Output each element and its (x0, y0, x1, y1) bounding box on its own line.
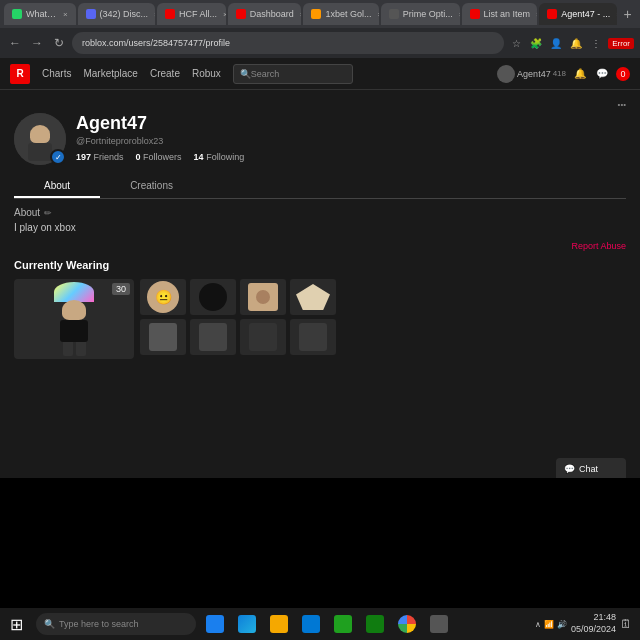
list-item-favicon (470, 9, 480, 19)
roblox-search[interactable]: 🔍 Search (233, 64, 353, 84)
nav-avatar (497, 65, 515, 83)
tab-about[interactable]: About (14, 175, 100, 198)
notification-center-icon[interactable]: 🗓 (620, 617, 632, 631)
profile-tabs: About Creations (14, 175, 626, 199)
stat-friends: 197 Friends (76, 152, 124, 162)
camera-icon (430, 615, 448, 633)
wearing-item-7[interactable] (240, 319, 286, 355)
wearing-item-head[interactable] (190, 279, 236, 315)
tab-dashboard-close[interactable]: × (300, 10, 302, 19)
hcf-favicon (165, 9, 175, 19)
wings-icon (296, 284, 330, 310)
taskbar-app-security[interactable] (328, 608, 358, 640)
wearing-item-8[interactable] (290, 319, 336, 355)
face-icon: 😐 (147, 281, 179, 313)
tab-creations[interactable]: Creations (100, 175, 203, 198)
more-options[interactable]: ••• (14, 100, 626, 109)
report-abuse-link[interactable]: Report Abuse (14, 241, 626, 251)
taskbar-search-placeholder: Type here to search (59, 619, 139, 629)
tab-discord[interactable]: (342) Disc... × (78, 3, 155, 25)
security-icon (334, 615, 352, 633)
wearing-row-2 (140, 319, 336, 355)
system-clock[interactable]: 21:48 05/09/2024 (571, 612, 616, 635)
tab-agent47-close[interactable]: × (616, 10, 617, 19)
notifications-icon[interactable]: 🔔 (568, 35, 584, 51)
volume-icon: 🔊 (557, 620, 567, 629)
wearing-item-5[interactable] (140, 319, 186, 355)
tab-discord-label: (342) Disc... (100, 9, 149, 19)
chat-bubble-icon[interactable]: 💬 (594, 66, 610, 82)
tab-discord-close[interactable]: × (154, 10, 155, 19)
taskbar-app-files[interactable] (264, 608, 294, 640)
new-tab-button[interactable]: + (619, 4, 636, 24)
roblox-page: R Charts Marketplace Create Robux 🔍 Sear… (0, 58, 640, 480)
taskbar-app-mail[interactable] (296, 608, 326, 640)
tab-prime[interactable]: Prime Opti... × (381, 3, 460, 25)
nav-robux[interactable]: Robux (192, 68, 221, 79)
wearing-grid: 30 😐 (14, 279, 626, 359)
profile-username: Agent47 (76, 113, 626, 134)
wearing-item-face[interactable]: 😐 (140, 279, 186, 315)
taskbar-app-edge[interactable] (232, 608, 262, 640)
tab-hcf-close[interactable]: × (223, 10, 226, 19)
wearing-item-wings[interactable] (290, 279, 336, 315)
tab-agent47[interactable]: Agent47 - ... × (539, 3, 617, 25)
tab-list-item-label: List an Item (484, 9, 531, 19)
profile-icon[interactable]: 👤 (548, 35, 564, 51)
about-text: I play on xbox (14, 222, 626, 233)
edge-icon (238, 615, 256, 633)
url-text: roblox.com/users/2584757477/profile (82, 38, 230, 48)
url-field[interactable]: roblox.com/users/2584757477/profile (72, 32, 504, 54)
tab-prime-close[interactable]: × (459, 10, 460, 19)
item-6-icon (199, 323, 227, 351)
nav-username[interactable]: Agent47 418 (497, 65, 566, 83)
tab-1xbet-close[interactable]: × (377, 10, 378, 19)
figure-icon (248, 283, 278, 311)
item-8-icon (299, 323, 327, 351)
taskbar-search-icon: 🔍 (44, 619, 55, 629)
bookmark-icon[interactable]: ☆ (508, 35, 524, 51)
tab-1xbet[interactable]: 1xbet Gol... × (303, 3, 378, 25)
roblox-logo[interactable]: R (10, 64, 30, 84)
tab-dashboard[interactable]: Dashboard × (228, 3, 302, 25)
settings-icon[interactable]: ⋮ (588, 35, 604, 51)
mail-icon (302, 615, 320, 633)
char-leg-right (76, 342, 86, 356)
taskbar-right-area: ∧ 📶 🔊 21:48 05/09/2024 🗓 (535, 612, 640, 635)
start-button[interactable]: ⊞ (0, 608, 32, 640)
nav-charts[interactable]: Charts (42, 68, 71, 79)
tab-hcf[interactable]: HCF All... × (157, 3, 226, 25)
tab-list-item-close[interactable]: × (536, 10, 537, 19)
notifications-bell-icon[interactable]: 🔔 (572, 66, 588, 82)
taskbar-app-camera[interactable] (424, 608, 454, 640)
figure-head (256, 290, 270, 304)
back-button[interactable]: ← (6, 34, 24, 52)
about-title: About ✏ (14, 207, 626, 218)
tray-arrow[interactable]: ∧ (535, 620, 541, 629)
item-7-icon (249, 323, 277, 351)
robux-badge: 0 (616, 67, 630, 81)
avatar-verified-badge: ✓ (50, 149, 66, 165)
char-body (60, 320, 88, 342)
wearing-count-badge: 30 (112, 283, 130, 295)
taskbar-app-chrome[interactable] (392, 608, 422, 640)
extensions-icon[interactable]: 🧩 (528, 35, 544, 51)
refresh-button[interactable]: ↻ (50, 34, 68, 52)
wearing-item-figure[interactable] (240, 279, 286, 315)
nav-create[interactable]: Create (150, 68, 180, 79)
nav-marketplace[interactable]: Marketplace (83, 68, 137, 79)
taskbar-app-task-view[interactable] (200, 608, 230, 640)
forward-button[interactable]: → (28, 34, 46, 52)
tab-list-item[interactable]: List an Item × (462, 3, 538, 25)
error-badge: Error (608, 38, 634, 49)
wearing-item-6[interactable] (190, 319, 236, 355)
tab-whatsapp[interactable]: WhatsApp × (4, 3, 76, 25)
about-edit-icon[interactable]: ✏ (44, 208, 52, 218)
taskbar-pinned-apps (200, 608, 454, 640)
tab-whatsapp-close[interactable]: × (63, 10, 68, 19)
chat-popup[interactable]: 💬 Chat (556, 458, 626, 480)
char-leg-left (63, 342, 73, 356)
1xbet-favicon (311, 9, 321, 19)
taskbar-search[interactable]: 🔍 Type here to search (36, 613, 196, 635)
taskbar-app-gamepass[interactable] (360, 608, 390, 640)
